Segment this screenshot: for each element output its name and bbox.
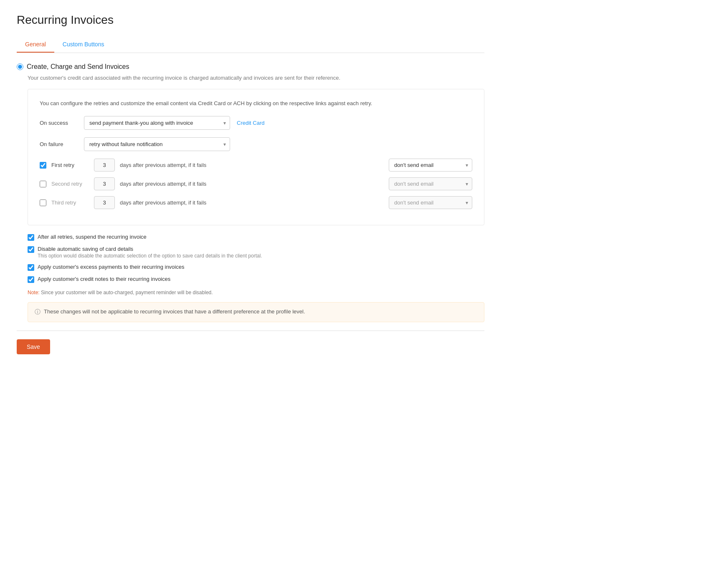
tab-general[interactable]: General xyxy=(17,37,54,53)
second-retry-label: Second retry xyxy=(51,181,89,187)
credit-card-link[interactable]: Credit Card xyxy=(237,120,264,126)
first-retry-email-select[interactable]: don't send email send email xyxy=(389,159,472,172)
first-retry-email-wrapper: don't send email send email ▾ xyxy=(389,159,472,172)
page-title: Recurring Invoices xyxy=(17,13,484,27)
disable-save-checkbox-row: Disable automatic saving of card details… xyxy=(28,246,484,259)
second-retry-email-wrapper: don't send email send email ▾ xyxy=(389,177,472,190)
on-success-select-wrapper: send payment thank-you along with invoic… xyxy=(84,116,230,130)
second-retry-row: Second retry days after previous attempt… xyxy=(40,177,472,190)
note-text: Since your customer will be auto-charged… xyxy=(41,290,213,295)
credit-notes-checkbox-row: Apply customer's credit notes to their r… xyxy=(28,276,484,283)
third-retry-label: Third retry xyxy=(51,199,89,206)
banner-text: These changes will not be applicable to … xyxy=(44,308,305,315)
on-failure-label: On failure xyxy=(40,141,77,147)
info-banner: ⓘ These changes will not be applicable t… xyxy=(28,302,484,322)
second-retry-email-select[interactable]: don't send email send email xyxy=(389,177,472,190)
third-retry-checkbox[interactable] xyxy=(40,199,46,206)
on-failure-select-wrapper: retry without failure notification retry… xyxy=(84,137,230,151)
save-button[interactable]: Save xyxy=(17,339,50,354)
create-charge-radio[interactable] xyxy=(17,63,23,70)
suspend-checkbox[interactable] xyxy=(28,234,34,241)
suspend-label: After all retries, suspend the recurring… xyxy=(38,234,147,240)
first-retry-checkbox[interactable] xyxy=(40,162,46,169)
second-retry-text: days after previous attempt, if it fails xyxy=(120,181,206,187)
disable-save-subtext: This option would disable the automatic … xyxy=(38,253,262,259)
on-success-row: On success send payment thank-you along … xyxy=(40,116,472,130)
excess-payments-checkbox-row: Apply customer's excess payments to thei… xyxy=(28,264,484,271)
on-failure-row: On failure retry without failure notific… xyxy=(40,137,472,151)
suspend-checkbox-row: After all retries, suspend the recurring… xyxy=(28,234,484,241)
first-retry-days[interactable] xyxy=(94,159,115,172)
third-retry-row: Third retry days after previous attempt,… xyxy=(40,196,472,209)
on-failure-select[interactable]: retry without failure notification retry… xyxy=(84,137,230,151)
excess-payments-checkbox[interactable] xyxy=(28,264,34,271)
third-retry-email-select[interactable]: don't send email send email xyxy=(389,196,472,209)
first-retry-row: First retry days after previous attempt,… xyxy=(40,159,472,172)
second-retry-checkbox[interactable] xyxy=(40,181,46,187)
create-charge-option: Create, Charge and Send Invoices xyxy=(17,63,484,71)
second-retry-days[interactable] xyxy=(94,177,115,190)
config-box: You can configure the retries and custom… xyxy=(28,89,484,226)
option-subtitle: Your customer's credit card associated w… xyxy=(28,74,484,82)
config-info: You can configure the retries and custom… xyxy=(40,99,472,108)
tab-bar: General Custom Buttons xyxy=(17,37,484,53)
credit-notes-label: Apply customer's credit notes to their r… xyxy=(38,276,170,282)
first-retry-label: First retry xyxy=(51,162,89,168)
credit-notes-checkbox[interactable] xyxy=(28,276,34,283)
main-content: Create, Charge and Send Invoices Your cu… xyxy=(17,53,484,354)
disable-save-label: Disable automatic saving of card details xyxy=(38,246,262,252)
third-retry-text: days after previous attempt, if it fails xyxy=(120,199,206,206)
option-label: Create, Charge and Send Invoices xyxy=(17,63,129,71)
divider xyxy=(17,331,484,331)
note: Note: Since your customer will be auto-c… xyxy=(28,290,484,295)
third-retry-days[interactable] xyxy=(94,196,115,209)
excess-payments-label: Apply customer's excess payments to thei… xyxy=(38,264,184,270)
disable-save-checkbox[interactable] xyxy=(28,246,34,253)
on-success-label: On success xyxy=(40,120,77,126)
on-success-select[interactable]: send payment thank-you along with invoic… xyxy=(84,116,230,130)
note-label: Note: xyxy=(28,290,40,295)
tab-custom-buttons[interactable]: Custom Buttons xyxy=(54,37,113,53)
first-retry-text: days after previous attempt, if it fails xyxy=(120,162,206,168)
info-icon: ⓘ xyxy=(35,308,41,316)
third-retry-email-wrapper: don't send email send email ▾ xyxy=(389,196,472,209)
checkboxes-section: After all retries, suspend the recurring… xyxy=(28,234,484,283)
